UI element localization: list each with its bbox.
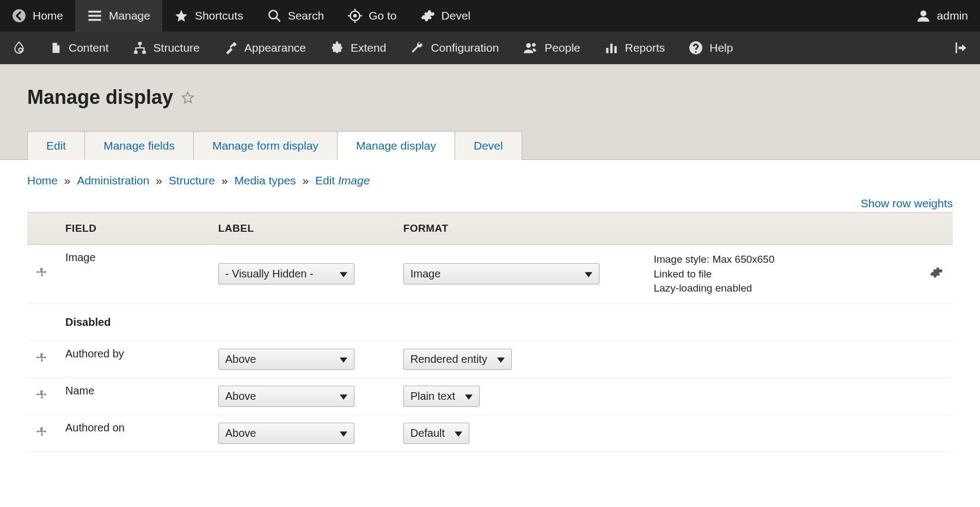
star-icon — [174, 9, 188, 23]
format-select-image[interactable]: Image — [403, 263, 599, 285]
toolbar-home[interactable]: Home — [0, 0, 75, 32]
chevron-down-icon — [340, 427, 347, 440]
tab-manage-display[interactable]: Manage display — [337, 131, 455, 160]
chevron-down-icon — [340, 353, 347, 366]
chevron-down-icon — [497, 353, 505, 366]
breadcrumb-administration[interactable]: Administration — [77, 174, 149, 187]
toolbar-devel-label: Devel — [442, 9, 471, 22]
format-select-authored-on[interactable]: Default — [403, 423, 469, 444]
tab-manage-fields[interactable]: Manage fields — [84, 131, 194, 160]
tabs: Edit Manage fields Manage form display M… — [27, 131, 953, 159]
breadcrumb: Home » Administration » Structure » Medi… — [27, 174, 953, 187]
toolbar-goto[interactable]: Go to — [336, 0, 408, 32]
drag-handle-icon[interactable] — [36, 426, 48, 441]
format-summary: Image style: Max 650x650 Linked to file … — [645, 245, 920, 304]
breadcrumb-media-types[interactable]: Media types — [234, 174, 296, 187]
drag-handle-icon[interactable] — [36, 267, 48, 281]
label-select-authored-on[interactable]: Above — [218, 423, 354, 444]
field-row-authored-on: Authored on Above Default — [27, 415, 953, 452]
admin-menu: Content Structure Appearance Extend Conf… — [0, 32, 980, 64]
breadcrumb-structure[interactable]: Structure — [169, 174, 215, 187]
drupal-icon — [12, 41, 26, 55]
toolbar-search-label: Search — [288, 9, 324, 22]
breadcrumb-edit-image[interactable]: Edit Image — [315, 174, 370, 187]
chevron-down-icon — [585, 268, 592, 280]
help-icon — [689, 41, 703, 55]
content: Home » Administration » Structure » Medi… — [0, 160, 980, 474]
th-format: FORMAT — [395, 213, 645, 245]
wrench-icon — [410, 41, 424, 55]
field-row-name: Name Above Plain text — [27, 378, 953, 415]
toolbar-manage-label: Manage — [109, 9, 150, 22]
field-name: Image — [57, 245, 210, 304]
label-select-name[interactable]: Above — [218, 386, 354, 407]
th-label: LABEL — [210, 213, 395, 245]
tab-devel[interactable]: Devel — [455, 131, 522, 160]
menu-drupal[interactable] — [0, 32, 38, 64]
disabled-section: Disabled — [27, 304, 953, 341]
menu-reports[interactable]: Reports — [592, 32, 677, 64]
target-icon — [348, 9, 362, 23]
menu-appearance[interactable]: Appearance — [212, 32, 318, 64]
toolbar-devel[interactable]: Devel — [409, 0, 483, 32]
menu-help[interactable]: Help — [677, 32, 745, 64]
chevron-down-icon — [340, 268, 347, 280]
field-row-authored-by: Authored by Above Rendered entity — [27, 341, 953, 378]
favorite-star-icon[interactable] — [181, 90, 195, 104]
toolbar-home-label: Home — [33, 9, 63, 22]
label-select-image[interactable]: - Visually Hidden - — [218, 263, 354, 285]
menu-people[interactable]: People — [511, 32, 592, 64]
hammer-icon — [224, 41, 238, 55]
toolbar-manage[interactable]: Manage — [75, 0, 162, 32]
chevron-down-icon — [465, 390, 473, 403]
format-select-authored-by[interactable]: Rendered entity — [403, 349, 512, 370]
menu-structure[interactable]: Structure — [121, 32, 212, 64]
tab-manage-form-display[interactable]: Manage form display — [193, 131, 338, 160]
sitemap-icon — [133, 41, 147, 55]
drag-handle-icon[interactable] — [36, 352, 48, 367]
label-select-authored-by[interactable]: Above — [218, 349, 354, 370]
menu-extend[interactable]: Extend — [318, 32, 398, 64]
toolbar-shortcuts-label: Shortcuts — [195, 9, 243, 22]
collapse-icon — [954, 41, 968, 55]
toolbar-user-label: admin — [937, 9, 968, 22]
admin-toolbar: Home Manage Shortcuts Search Go to Devel… — [0, 0, 980, 32]
drag-handle-icon[interactable] — [36, 389, 48, 404]
menu-content[interactable]: Content — [38, 32, 121, 64]
menu-icon — [87, 8, 102, 23]
back-icon — [12, 9, 26, 23]
settings-gear-button[interactable] — [930, 266, 943, 282]
toolbar-shortcuts[interactable]: Shortcuts — [162, 0, 255, 32]
search-icon — [267, 9, 281, 23]
field-display-table: FIELD LABEL FORMAT Image - Visually Hidd… — [27, 212, 953, 452]
menu-collapse[interactable] — [942, 32, 980, 64]
format-select-name[interactable]: Plain text — [403, 386, 480, 407]
puzzle-icon — [330, 41, 344, 55]
toolbar-goto-label: Go to — [369, 9, 396, 22]
people-icon — [523, 41, 538, 55]
chevron-down-icon — [340, 390, 347, 403]
toolbar-user[interactable]: admin — [904, 0, 980, 32]
page-header: Manage display Edit Manage fields Manage… — [0, 64, 980, 160]
chevron-down-icon — [455, 427, 462, 440]
show-row-weights-link[interactable]: Show row weights — [27, 197, 953, 210]
page-title: Manage display — [27, 86, 173, 109]
tab-edit[interactable]: Edit — [27, 131, 85, 160]
chart-icon — [604, 41, 618, 55]
breadcrumb-home[interactable]: Home — [27, 174, 58, 187]
toolbar-search[interactable]: Search — [255, 0, 336, 32]
th-field: FIELD — [27, 213, 210, 245]
gear-icon — [421, 9, 435, 23]
menu-configuration[interactable]: Configuration — [398, 32, 511, 64]
field-row-image: Image - Visually Hidden - Image Image st… — [27, 245, 953, 304]
file-icon — [50, 41, 62, 55]
user-icon — [916, 9, 930, 23]
